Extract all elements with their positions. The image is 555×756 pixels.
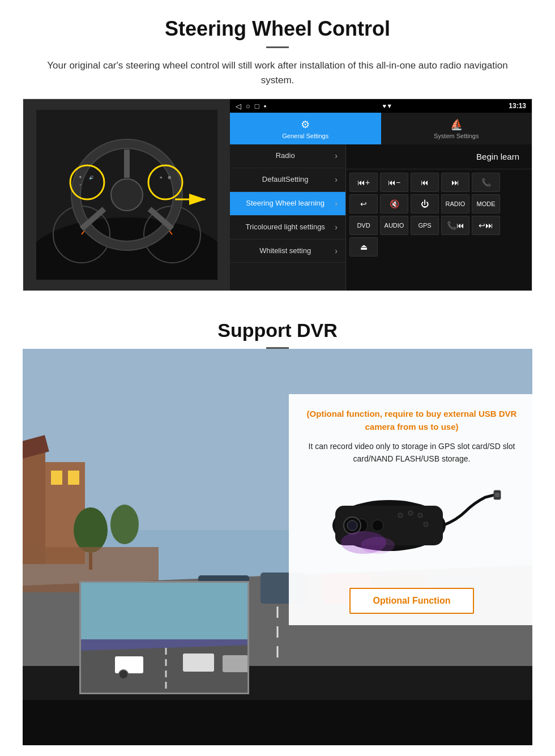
dashcam-preview <box>79 581 249 694</box>
dvr-camera-illustration <box>305 475 519 576</box>
hangup-icon: ↩ <box>360 199 367 208</box>
clock: 13:13 <box>509 102 526 110</box>
svg-rect-60 <box>495 493 500 497</box>
dvr-card-body: It can record video only to storage in G… <box>305 440 519 465</box>
power-button[interactable]: ⏻ <box>411 194 439 213</box>
vol-up-icon: ⏮+ <box>357 178 370 187</box>
svg-text:🔊: 🔊 <box>88 175 93 180</box>
back-next-button[interactable]: ↩⏭ <box>472 216 500 235</box>
svg-point-56 <box>408 511 413 515</box>
settings-tabs[interactable]: ⚙ General Settings ⛵ System Settings <box>230 113 532 144</box>
button-row-1: ⏮+ ⏮− ⏮ ⏭ 📞 <box>349 173 528 192</box>
phone-icon: 📞 <box>481 178 491 187</box>
button-row-2: ↩ 🔇 ⏻ RADIO MODE <box>349 194 528 213</box>
svg-point-52 <box>372 520 383 531</box>
button-row-4: ⏏ <box>349 237 528 257</box>
steering-wheel-demo: + - 🔊 ≡ ⚙ ◁ ○ □ ▪ <box>23 99 532 291</box>
tab-general-settings[interactable]: ⚙ General Settings <box>230 113 381 144</box>
menu-item-radio[interactable]: Radio › <box>230 144 345 168</box>
dvr-title: Support DVR <box>23 319 532 341</box>
settings-menu: Radio › DefaultSetting › Steering Wheel … <box>230 144 346 291</box>
radio-label: RADIO <box>446 200 466 207</box>
tab-system-label: System Settings <box>434 133 479 139</box>
preview-svg <box>81 583 249 694</box>
menu-item-whitelist[interactable]: Whitelist setting › <box>230 240 345 263</box>
dvr-card-title: (Optional function, require to buy exter… <box>305 408 519 433</box>
vol-up-button[interactable]: ⏮+ <box>349 173 378 192</box>
android-ui-panel: ◁ ○ □ ▪ ♥▼ 13:13 ⚙ General Settings ⛵ <box>230 99 532 291</box>
status-bar: ◁ ○ □ ▪ ♥▼ 13:13 <box>230 99 532 113</box>
steering-wheel-svg: + - 🔊 ≡ ⚙ <box>36 110 217 280</box>
menu-radio-label: Radio <box>238 151 332 161</box>
button-row-3: DVD AUDIO GPS 📞⏮ ↩⏭ <box>349 216 528 235</box>
audio-button[interactable]: AUDIO <box>380 216 408 235</box>
svg-text:⚙: ⚙ <box>168 176 171 180</box>
steering-wheel-image: + - 🔊 ≡ ⚙ <box>23 99 230 291</box>
vol-down-button[interactable]: ⏮− <box>380 173 408 192</box>
title-divider <box>266 46 289 48</box>
eject-button[interactable]: ⏏ <box>349 237 378 257</box>
optional-btn-container: Optional Function <box>305 588 519 614</box>
page-title: Steering Wheel Control <box>23 17 532 41</box>
menu-steering-label: Steering Wheel learning <box>238 199 332 208</box>
back-next-icon: ↩⏭ <box>479 221 493 230</box>
prev-button[interactable]: ⏮ <box>411 173 439 192</box>
steering-right-panel: Begin learn ⏮+ ⏮− ⏮ ⏭ 📞 ↩ <box>346 144 532 291</box>
menu-whitelist-label: Whitelist setting <box>238 246 332 256</box>
svg-point-11 <box>111 179 143 211</box>
svg-rect-42 <box>81 583 249 639</box>
menu-icon[interactable]: ▪ <box>264 102 267 110</box>
gear-icon: ⚙ <box>301 118 310 131</box>
dvr-visual-area: (Optional function, require to buy exter… <box>23 349 532 745</box>
menu-item-default[interactable]: DefaultSetting › <box>230 168 345 192</box>
menu-item-steering[interactable]: Steering Wheel learning › <box>230 192 345 216</box>
eject-icon: ⏏ <box>360 242 368 251</box>
next-button[interactable]: ⏭ <box>441 173 469 192</box>
back-icon[interactable]: ◁ <box>236 102 241 110</box>
signal-icon: ♥▼ <box>383 102 392 109</box>
chevron-right-icon: › <box>335 151 338 160</box>
subtitle-text: Your original car's steering wheel contr… <box>45 58 510 87</box>
svg-rect-40 <box>23 700 532 745</box>
svg-point-48 <box>119 670 128 679</box>
svg-point-57 <box>418 513 422 518</box>
tab-system-settings[interactable]: ⛵ System Settings <box>381 113 532 144</box>
svg-point-55 <box>398 513 403 518</box>
dvd-button[interactable]: DVD <box>349 216 378 235</box>
svg-point-54 <box>347 520 357 531</box>
section1-steering-wheel: Steering Wheel Control Your original car… <box>0 0 555 302</box>
call-prev-button[interactable]: 📞⏮ <box>441 216 469 235</box>
mute-button[interactable]: 🔇 <box>380 194 408 213</box>
power-icon: ⏻ <box>421 199 429 208</box>
home-icon[interactable]: ○ <box>246 102 250 110</box>
back-call-button[interactable]: ↩ <box>349 194 378 213</box>
begin-learn-button[interactable]: Begin learn <box>471 148 525 165</box>
recents-icon[interactable]: □ <box>255 102 259 110</box>
gps-label: GPS <box>418 222 431 229</box>
svg-rect-26 <box>51 471 62 485</box>
gps-button[interactable]: GPS <box>411 216 439 235</box>
chevron-right-icon: › <box>335 175 338 184</box>
svg-rect-47 <box>223 655 248 672</box>
mode-button[interactable]: MODE <box>472 194 500 213</box>
panel-content: Radio › DefaultSetting › Steering Wheel … <box>230 144 532 291</box>
audio-label: AUDIO <box>385 222 404 229</box>
chevron-right-icon: › <box>335 223 338 232</box>
menu-item-tricolour[interactable]: Tricoloured light settings › <box>230 216 345 240</box>
svg-rect-27 <box>68 471 79 485</box>
radio-button[interactable]: RADIO <box>441 194 469 213</box>
call-button[interactable]: 📞 <box>472 173 500 192</box>
svg-text:≡: ≡ <box>159 176 161 180</box>
svg-rect-46 <box>183 654 214 672</box>
prev-icon: ⏮ <box>421 178 429 187</box>
dvr-info-card: (Optional function, require to buy exter… <box>289 394 532 625</box>
svg-point-30 <box>110 505 139 544</box>
menu-tricolour-label: Tricoloured light settings <box>238 223 332 232</box>
menu-default-label: DefaultSetting <box>238 175 332 185</box>
svg-text:-: - <box>79 182 81 187</box>
dvd-label: DVD <box>357 222 370 229</box>
svg-text:+: + <box>79 174 82 180</box>
nav-icons: ◁ ○ □ ▪ <box>236 102 266 110</box>
optional-function-button[interactable]: Optional Function <box>349 588 475 614</box>
call-prev-icon: 📞⏮ <box>447 221 464 230</box>
